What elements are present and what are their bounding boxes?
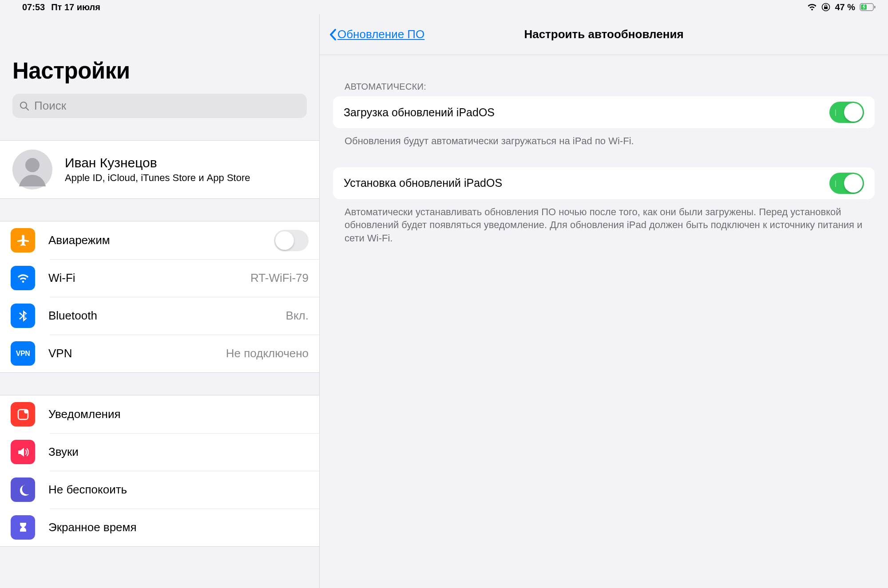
install-updates-footer: Автоматически устанавливать обновления П… [333,199,875,245]
install-updates-toggle[interactable] [829,173,864,194]
account-name: Иван Кузнецов [65,155,250,170]
download-updates-footer: Обновления будут автоматически загружать… [333,128,875,148]
back-button[interactable]: Обновление ПО [329,28,424,41]
svg-line-5 [26,107,29,110]
install-updates-cell[interactable]: Установка обновлений iPadOS [333,167,875,199]
person-icon [13,150,52,189]
sidebar-item-vpn[interactable]: VPN VPN Не подключено [0,335,319,372]
sidebar-item-label: VPN [48,347,226,360]
page-title: Настройки [12,58,307,84]
section-header-auto: АВТОМАТИЧЕСКИ: [333,55,875,96]
sounds-icon [11,440,35,464]
rotation-lock-icon [821,3,830,12]
download-updates-label: Загрузка обновлений iPadOS [344,106,829,119]
apple-id-row[interactable]: Иван Кузнецов Apple ID, iCloud, iTunes S… [0,141,319,198]
vpn-value: Не подключено [226,347,309,360]
sidebar-item-label: Экранное время [48,521,309,534]
sidebar-item-wifi[interactable]: Wi-Fi RT-WiFi-79 [0,259,319,297]
sidebar-item-label: Не беспокоить [48,483,309,497]
search-input[interactable]: Поиск [12,94,307,118]
vpn-icon: VPN [11,341,35,366]
sidebar-item-bluetooth[interactable]: Bluetooth Вкл. [0,297,319,335]
sidebar-item-sounds[interactable]: Звуки [0,433,319,471]
airplane-toggle[interactable] [274,230,309,251]
battery-icon [860,3,876,11]
svg-point-9 [24,409,28,414]
battery-percent: 47 % [835,2,855,12]
sidebar-item-label: Wi-Fi [48,271,250,285]
detail-pane: Обновление ПО Настроить автообновления А… [320,14,888,588]
wifi-icon [807,4,817,11]
chevron-left-icon [329,28,337,41]
status-time: 07:53 [22,2,45,12]
moon-icon [11,478,35,502]
airplane-icon [11,228,35,253]
sidebar-item-airplane[interactable]: Авиарежим [0,221,319,259]
back-label: Обновление ПО [337,28,424,41]
status-bar: 07:53 Пт 17 июля 47 % [0,0,888,14]
sidebar-item-label: Звуки [48,445,309,459]
search-placeholder: Поиск [34,99,66,113]
sidebar-item-screentime[interactable]: Экранное время [0,509,319,546]
detail-header: Обновление ПО Настроить автообновления [320,14,888,55]
sidebar-item-label: Уведомления [48,407,309,421]
sidebar-item-label: Bluetooth [48,309,286,323]
detail-title: Настроить автообновления [524,28,683,41]
svg-rect-2 [874,6,876,8]
avatar [12,150,52,189]
bluetooth-value: Вкл. [286,309,309,323]
search-icon [19,101,30,111]
sidebar-item-notifications[interactable]: Уведомления [0,395,319,433]
status-date: Пт 17 июля [51,2,100,12]
account-subtitle: Apple ID, iCloud, iTunes Store и App Sto… [65,172,250,184]
wifi-value: RT-WiFi-79 [250,271,309,285]
wifi-settings-icon [11,266,35,290]
install-updates-label: Установка обновлений iPadOS [344,177,829,189]
sidebar-item-label: Авиарежим [48,233,274,247]
download-updates-cell[interactable]: Загрузка обновлений iPadOS [333,96,875,128]
bluetooth-icon [11,304,35,328]
download-updates-toggle[interactable] [829,102,864,123]
hourglass-icon [11,515,35,540]
notifications-icon [11,402,35,426]
sidebar-item-dnd[interactable]: Не беспокоить [0,471,319,509]
svg-point-7 [25,158,40,172]
settings-sidebar: Настройки Поиск [0,14,320,588]
